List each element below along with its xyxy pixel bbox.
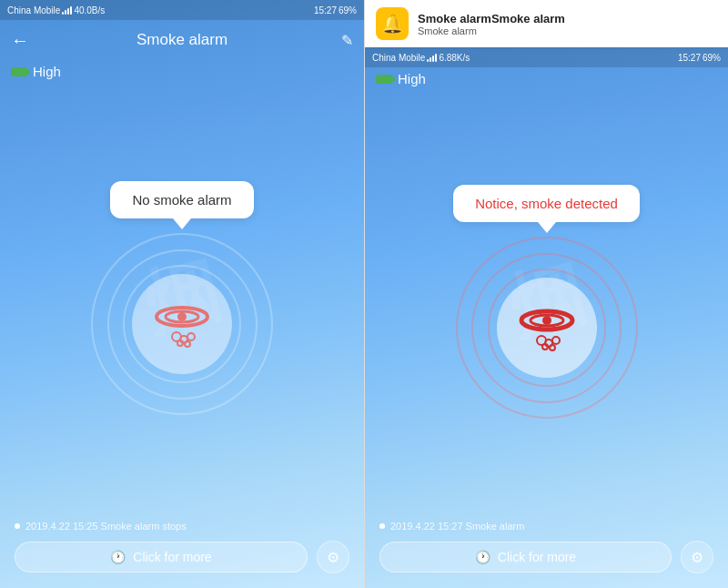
click-more-label-right: Click for more [498,550,576,564]
click-more-label-left: Click for more [133,550,211,564]
detector-icon-right [511,291,583,364]
svg-point-7 [185,341,190,347]
bottom-section-left: 2019.4.22 15:25 Smoke alarm stops 🕐 Clic… [0,513,364,588]
detector-circle-right [497,278,597,378]
time-label-left: 15:27 [314,5,337,15]
event-dot-right [379,523,385,529]
notification-bar: 🔔 Smoke alarmSmoke alarm Smoke alarm [365,0,728,47]
bottom-controls-right: 🕐 Click for more ⚙ [379,541,713,573]
back-button-left[interactable]: ← [11,30,29,51]
high-label-right: High [398,71,426,86]
event-text-right: 2019.4.22 15:27 Smoke alarm [390,521,524,532]
notification-title: Smoke alarmSmoke alarm [418,12,565,25]
main-content-left: 烟 No smoke alarm [0,83,364,513]
signal-icon-right [427,53,437,62]
status-carrier-right: China Mobile 6.88K/s [372,53,470,63]
high-badge-left: High [0,60,364,83]
event-dot-left [15,523,20,529]
clock-icon-left: 🕐 [110,550,126,564]
status-bubble-right: Notice, smoke detected [453,185,640,222]
battery-icon-left [11,67,27,76]
detector-circle-left [132,274,232,374]
carrier-label-left: China Mobile [7,5,60,15]
svg-point-5 [187,333,195,340]
click-more-button-right[interactable]: 🕐 Click for more [379,542,672,573]
notification-icon: 🔔 [376,7,409,40]
app-header-left: ← Smoke alarm ✎ [0,20,364,60]
svg-point-14 [542,344,548,350]
page-title-left: Smoke alarm [136,31,228,49]
right-panel: 🔔 Smoke alarmSmoke alarm Smoke alarm Chi… [364,0,728,588]
clock-icon-right: 🕐 [475,550,490,564]
notification-subtitle: Smoke alarm [418,25,565,36]
settings-button-left[interactable]: ⚙ [317,541,349,573]
main-content-right: 烟 Notice, smoke detected [365,90,728,513]
click-more-button-left[interactable]: 🕐 Click for more [15,542,308,573]
svg-point-10 [542,316,551,325]
svg-point-13 [552,337,560,344]
detector-icon-left [146,288,218,360]
detector-wrap-right [456,237,638,419]
event-log-left: 2019.4.22 15:25 Smoke alarm stops [15,521,349,532]
battery-label-left: 69% [339,5,357,15]
gear-icon-right: ⚙ [691,549,703,566]
svg-point-6 [177,340,183,346]
carrier-label-right: China Mobile [372,53,425,63]
settings-button-right[interactable]: ⚙ [681,541,713,573]
detector-wrap-left [91,233,273,415]
status-bar-right: China Mobile 6.88K/s 15:27 69% [365,47,728,67]
high-label-left: High [33,64,61,79]
status-bubble-left: No smoke alarm [110,181,253,218]
bell-icon: 🔔 [381,13,404,35]
bubble-text-left: No smoke alarm [132,192,231,208]
gear-icon-left: ⚙ [327,549,339,566]
edit-button-left[interactable]: ✎ [341,32,353,49]
status-right-left: 15:27 69% [314,5,357,15]
status-right-right: 15:27 69% [678,53,721,63]
bottom-section-right: 2019.4.22 15:27 Smoke alarm 🕐 Click for … [365,513,728,588]
left-panel: China Mobile 40.0B/s 15:27 69% ← Smoke a… [0,0,364,588]
speed-label-left: 40.0B/s [74,5,105,15]
bubble-text-right: Notice, smoke detected [475,196,618,211]
high-badge-right: High [365,67,728,90]
svg-point-2 [177,312,187,321]
battery-icon-right [376,75,392,84]
event-log-right: 2019.4.22 15:27 Smoke alarm [379,521,713,532]
time-label-right: 15:27 [678,53,701,63]
battery-label-right: 69% [703,53,721,63]
status-bar-left: China Mobile 40.0B/s 15:27 69% [0,0,364,20]
signal-icon-left [62,5,72,15]
svg-point-15 [550,345,555,350]
status-carrier-left: China Mobile 40.0B/s [7,5,105,15]
event-text-left: 2019.4.22 15:25 Smoke alarm stops [25,521,187,532]
bottom-controls-left: 🕐 Click for more ⚙ [15,541,349,573]
notification-text: Smoke alarmSmoke alarm Smoke alarm [418,12,565,36]
speed-label-right: 6.88K/s [439,53,470,63]
